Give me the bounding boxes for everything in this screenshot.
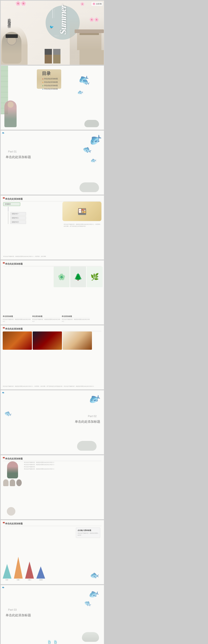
toc-item-2: 单击此处添加标题 xyxy=(40,81,58,84)
plant-2: 🌲 xyxy=(70,266,86,287)
diagram-tree: 实现路径 实现方式一 实现方式二 实现方式三 xyxy=(3,202,47,224)
slide6-bottom-text: 单击此处可编辑内容，根据您的需要自由拉伸文本框大小，内容翔实，条目清晰，便于您快… xyxy=(3,386,102,388)
koi-deco: 🐟 🐟 🐟 xyxy=(77,70,101,100)
food-photo-3 xyxy=(63,332,92,350)
plants-row: 🌸 🌲 🌿 xyxy=(54,266,103,287)
diag-child-1: 实现方式一 xyxy=(10,212,26,216)
figure-1 xyxy=(45,49,52,64)
slides-grid: 🌸 演界网 🌸🌸 🌸 Summer Watercolor Vol.1 水彩风格通… xyxy=(0,0,208,644)
title-divider xyxy=(3,526,101,526)
col1-text: 单击此处可编辑内容，根据您的需要自由拉伸文本框大小 xyxy=(3,318,31,322)
chart-legend: 点击输入图表标题 单击此处可编辑内容，根据您的需要自由拉伸 xyxy=(76,528,100,538)
diag-branches xyxy=(7,207,47,212)
title-divider xyxy=(3,331,101,331)
cover-content: 🌸 演界网 🌸🌸 🌸 Summer Watercolor Vol.1 水彩风格通… xyxy=(1,1,104,65)
small-fish-deco: 🐟 xyxy=(2,132,5,134)
slide-6-title: 单击此处添加标题 xyxy=(5,327,23,330)
food-photos xyxy=(3,332,92,350)
small-fig-2 xyxy=(10,479,15,486)
blossom-deco-2: 🌸 xyxy=(80,2,84,6)
slide-2-toc[interactable]: 目录 单击此处添加标题 单击此处添加标题 单击此处添加标题 单击此处添加标题 🐟… xyxy=(1,66,104,130)
text-col-2: 单击添加标题 单击此处可编辑内容，根据您的需要自由拉伸文本框大小 xyxy=(32,315,60,322)
temple-body xyxy=(77,31,101,50)
bar-3 xyxy=(25,562,34,578)
koi-small: 🐟 xyxy=(90,157,97,164)
cat-area xyxy=(1,26,28,65)
woman-head xyxy=(8,102,14,108)
slide4-right-text: 单击此处可编辑内容，根据您的需要自由拉伸文本框大小，内容翔实，条目清晰，便于您快… xyxy=(64,224,101,228)
woman-figure xyxy=(5,100,17,127)
bar-group-1: 元素一 xyxy=(3,564,12,580)
bar-2 xyxy=(14,557,23,578)
chart-area: 元素一 元素二 元素三 元素四 xyxy=(3,557,45,580)
food-visual: 🍱 xyxy=(62,202,101,221)
diag-child-2: 实现方式二 xyxy=(10,216,26,220)
temple-eave xyxy=(79,33,99,35)
rock-plant xyxy=(82,632,99,642)
bar-group-2: 元素二 xyxy=(14,557,23,580)
blossom-right: 🌸🌸 xyxy=(89,17,99,22)
slide-1-cover[interactable]: 🌸 演界网 🌸🌸 🌸 Summer Watercolor Vol.1 水彩风格通… xyxy=(1,0,104,65)
slide-fish-icon xyxy=(3,262,5,264)
watercolor-label: Watercolor xyxy=(52,9,55,18)
temple-area: 🌸🌸 xyxy=(70,16,104,65)
bar-4 xyxy=(36,566,45,578)
slide-9-title: 单击此处添加标题 xyxy=(5,522,23,525)
toc-list: 单击此处添加标题 单击此处添加标题 单击此处添加标题 单击此处添加标题 xyxy=(40,76,58,91)
slide-7-part02[interactable]: 🐟 🐟 🐟 Part 02 单击此处添加标题 xyxy=(1,390,104,454)
title-cn-text: 水彩风格通用模板 xyxy=(7,15,11,23)
bird-deco: 🐦 xyxy=(50,25,54,29)
small-fish-deco: 🐟 xyxy=(2,392,5,394)
part-title: 单击此处添加标题 xyxy=(6,155,31,159)
figures-left xyxy=(3,461,22,486)
diag-children: 实现方式一 实现方式二 实现方式三 xyxy=(8,212,47,224)
slide-4-diagram[interactable]: 单击此处添加标题 实现路径 实现方式一 实现方式二 实现方式三 🍱 单击此处可编… xyxy=(1,195,104,260)
food-photo-1 xyxy=(3,332,32,350)
temple-base xyxy=(79,50,104,65)
title-divider xyxy=(3,461,101,461)
slide-9-chart[interactable]: 单击此处添加标题 元素一 元素二 元素三 元素四 点击输入图表 xyxy=(1,520,104,584)
toc-item-1: 单击此处添加标题 xyxy=(40,78,58,80)
small-fig-1 xyxy=(3,479,9,486)
part-num: Part 03 xyxy=(8,608,17,611)
food-deco: 🍱 xyxy=(62,202,101,221)
blossom-deco: 🌸🌸 xyxy=(15,1,26,6)
toc-item-4: 单击此处添加标题 xyxy=(40,88,58,90)
bar-label-2: 元素二 xyxy=(17,579,20,580)
slide-fish-icon xyxy=(3,522,5,524)
figures xyxy=(45,49,60,64)
koi-top-right: 🐟 xyxy=(87,587,100,600)
bar-group-4: 元素四 xyxy=(36,566,45,580)
diag-child-3: 实现方式三 xyxy=(10,220,26,224)
part-title: 单击此处添加标题 xyxy=(75,420,100,424)
legend-text: 单击此处可编辑内容，根据您的需要自由拉伸 xyxy=(77,532,98,536)
small-fig-3 xyxy=(16,479,22,486)
slide-5-plants[interactable]: 单击此处添加标题 🌸 🌲 🌿 单击添加标题 单击此处可编辑内容，根据您的需要自由… xyxy=(1,260,104,325)
toc-item-3: 单击此处添加标题 xyxy=(40,84,58,87)
bar-label-3: 元素三 xyxy=(28,579,32,580)
col3-title: 单击添加标题 xyxy=(62,315,90,318)
part-title: 单击此处添加标题 xyxy=(6,613,31,618)
rock-deco xyxy=(77,441,96,451)
text-col-1: 单击添加标题 单击此处可编辑内容，根据您的需要自由拉伸文本框大小 xyxy=(3,315,31,322)
bar-1 xyxy=(3,564,12,578)
title-divider xyxy=(3,266,101,266)
slide-6-food[interactable]: 单击此处添加标题 单击此处可编辑内容，根据您的需要自由拉伸文本框大小，内容翔实，… xyxy=(1,325,104,390)
slide-8-title: 单击此处添加标题 xyxy=(5,457,23,460)
col1-title: 单击添加标题 xyxy=(3,315,31,318)
part-num: Part 02 xyxy=(88,415,96,418)
bar-group-3: 元素三 xyxy=(25,562,34,580)
figure-tall xyxy=(7,461,18,478)
slide-3-part01[interactable]: 🐟 🐟 🐟 🐟 Part 01 单击此处添加标题 xyxy=(1,130,104,195)
cover-summer: Summer xyxy=(58,5,68,34)
logo-text: 演界网 xyxy=(96,3,102,5)
bar-label-1: 元素一 xyxy=(5,579,9,580)
rock-deco xyxy=(84,120,99,127)
koi-group: 🐟 🐟 🐟 xyxy=(58,133,101,177)
cover-title-cn: 水彩风格通用模板 xyxy=(7,15,11,23)
slide-8-figure[interactable]: 单击此处添加标题 单击此处可编辑内容，根据您的需要自由拉伸文本框大小 单击此处可… xyxy=(1,455,104,520)
part-num: Part 01 xyxy=(8,150,17,153)
slide-4-title: 单击此处添加标题 xyxy=(5,198,23,201)
slide-10-part03[interactable]: 🐟 🐟 🐟 Part 03 单击此处添加标题 🩴🩴 xyxy=(1,585,104,644)
slide8-text: 单击此处可编辑内容，根据您的需要自由拉伸文本框大小 单击此处可编辑内容，根据您的… xyxy=(24,461,102,470)
